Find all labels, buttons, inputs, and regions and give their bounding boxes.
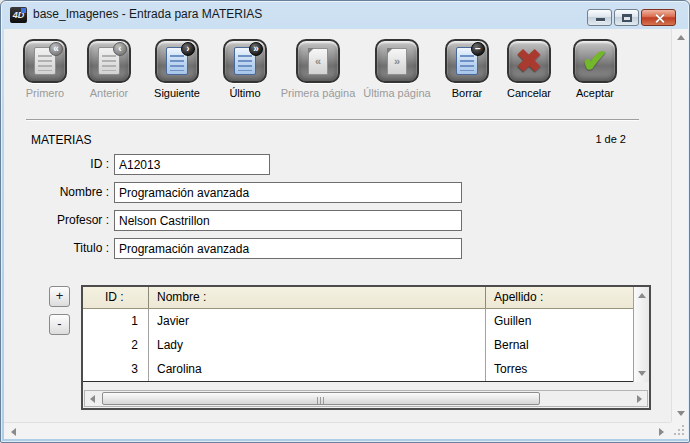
cell-apellido: Bernal (486, 333, 633, 357)
window-vertical-scrollbar[interactable] (671, 29, 688, 422)
app-icon-4d[interactable]: 4D (10, 7, 27, 23)
table-row[interactable]: 3 Carolina Torres (83, 357, 633, 381)
table-row[interactable]: 1 Javier Guillen (83, 309, 633, 333)
nombre-input[interactable] (114, 182, 462, 203)
minimize-button[interactable] (587, 9, 612, 26)
id-input[interactable] (114, 154, 270, 175)
grid-horizontal-scrollbar[interactable] (84, 390, 648, 407)
subform-list-area: ID : Nombre : Apellido : 1 Javier Guille… (83, 287, 633, 382)
previous-badge-icon: ‹ (113, 42, 127, 56)
table-header-row: ID : Nombre : Apellido : (83, 287, 633, 309)
app-window: 4D base_Imagenes - Entrada para MATERIAS… (0, 0, 690, 443)
remove-row-button[interactable]: - (49, 314, 70, 335)
cell-id: 1 (83, 309, 149, 333)
column-header-nombre: Nombre : (149, 287, 486, 308)
toolbar-button-siguiente[interactable]: › Siguiente (143, 39, 211, 99)
cell-apellido: Torres (486, 357, 633, 381)
document-next-icon: › (166, 47, 188, 75)
close-button[interactable] (641, 9, 676, 26)
scroll-right-icon[interactable] (659, 428, 664, 436)
scroll-up-icon[interactable] (677, 35, 685, 40)
scroll-right-icon[interactable] (637, 395, 642, 403)
scroll-down-icon[interactable] (638, 371, 646, 376)
close-icon (654, 13, 665, 24)
column-header-id: ID : (83, 287, 149, 308)
toolbar-button-ultimo[interactable]: » Último (211, 39, 279, 99)
cell-nombre: Javier (149, 309, 486, 333)
toolbar-label: Primero (11, 87, 79, 99)
id-label: ID : (24, 157, 109, 171)
toolbar-label: Cancelar (495, 87, 563, 99)
toolbar-label: Primera página (276, 87, 360, 99)
toolbar-label: Siguiente (143, 87, 211, 99)
scroll-left-icon[interactable] (90, 395, 95, 403)
window-horizontal-scrollbar[interactable] (4, 422, 671, 439)
cell-id: 2 (83, 333, 149, 357)
window-controls (585, 9, 676, 26)
toolbar-button-anterior: ‹ Anterior (75, 39, 143, 99)
grid-vertical-scrollbar[interactable] (633, 287, 649, 382)
toolbar-label: Último (211, 87, 279, 99)
window-title: base_Imagenes - Entrada para MATERIAS (33, 1, 262, 27)
toolbar-button-ultima-pagina: » Última página (355, 39, 439, 99)
section-title: MATERIAS (31, 133, 91, 147)
document-first-icon: « (34, 47, 56, 75)
toolbar-button-primero: « Primero (11, 39, 79, 99)
cell-apellido: Guillen (486, 309, 633, 333)
maximize-icon (622, 14, 632, 22)
document-previous-icon: ‹ (98, 47, 120, 75)
toolbar-label: Aceptar (561, 87, 629, 99)
form-client-area: « Primero ‹ Anterior › Siguiente » Últim… (4, 29, 688, 439)
title-bar[interactable]: 4D base_Imagenes - Entrada para MATERIAS (1, 1, 689, 29)
next-badge-icon: › (181, 42, 195, 56)
titulo-input[interactable] (114, 238, 462, 259)
cell-id: 3 (83, 357, 149, 381)
add-row-button[interactable]: + (49, 286, 70, 307)
document-delete-icon: − (456, 47, 478, 75)
toolbar-separator (26, 119, 639, 121)
column-header-apellido: Apellido : (486, 287, 633, 308)
maximize-button[interactable] (614, 9, 639, 26)
profesor-input[interactable] (114, 210, 462, 231)
subform-table: ID : Nombre : Apellido : 1 Javier Guille… (81, 285, 651, 410)
cell-nombre: Lady (149, 333, 486, 357)
toolbar-button-cancelar[interactable]: ✖ Cancelar (495, 39, 563, 99)
last-badge-icon: » (249, 42, 263, 56)
toolbar-button-primera-pagina: « Primera página (276, 39, 360, 99)
page-last-icon: » (387, 48, 407, 75)
minimize-icon (596, 18, 605, 21)
resize-grip[interactable] (671, 422, 688, 439)
page-first-icon: « (308, 48, 328, 75)
document-last-icon: » (234, 47, 256, 75)
scrollbar-thumb[interactable] (102, 392, 540, 405)
delete-badge-icon: − (471, 42, 485, 56)
cancel-cross-icon: ✖ (516, 42, 543, 80)
titulo-label: Titulo : (24, 241, 109, 255)
toolbar-button-aceptar[interactable]: ✔ Aceptar (561, 39, 629, 99)
record-counter: 1 de 2 (595, 133, 626, 145)
accept-check-icon: ✔ (582, 42, 609, 80)
nombre-label: Nombre : (24, 185, 109, 199)
profesor-label: Profesor : (24, 213, 109, 227)
first-badge-icon: « (49, 42, 63, 56)
toolbar-label: Última página (355, 87, 439, 99)
table-row[interactable]: 2 Lady Bernal (83, 333, 633, 357)
scroll-up-icon[interactable] (638, 293, 646, 298)
toolbar-label: Anterior (75, 87, 143, 99)
toolbar-button-borrar[interactable]: − Borrar (433, 39, 501, 99)
toolbar-label: Borrar (433, 87, 501, 99)
scroll-left-icon[interactable] (11, 428, 16, 436)
cell-nombre: Carolina (149, 357, 486, 381)
scroll-down-icon[interactable] (677, 411, 685, 416)
